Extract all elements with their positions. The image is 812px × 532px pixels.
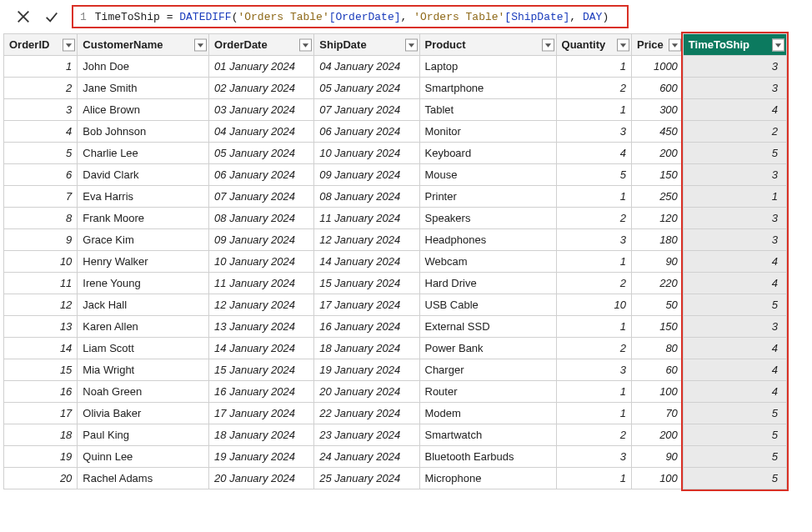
- cancel-formula-button[interactable]: [15, 8, 32, 25]
- cell-orderdate[interactable]: 12 January 2024: [209, 294, 314, 316]
- cell-timetoship[interactable]: 5: [683, 143, 786, 164]
- cell-orderid[interactable]: 9: [4, 229, 78, 251]
- cell-product[interactable]: Power Bank: [419, 338, 556, 359]
- cell-customer[interactable]: Jack Hall: [78, 294, 209, 316]
- cell-price[interactable]: 200: [632, 143, 684, 164]
- filter-dropdown-icon[interactable]: [63, 38, 75, 51]
- cell-quantity[interactable]: 10: [556, 294, 631, 316]
- cell-orderdate[interactable]: 08 January 2024: [209, 208, 314, 229]
- cell-timetoship[interactable]: 3: [683, 316, 786, 338]
- cell-orderid[interactable]: 19: [4, 446, 78, 468]
- cell-price[interactable]: 120: [632, 208, 684, 229]
- cell-orderdate[interactable]: 13 January 2024: [209, 316, 314, 338]
- cell-customer[interactable]: Olivia Baker: [78, 403, 209, 424]
- cell-product[interactable]: Mouse: [419, 164, 556, 186]
- cell-orderdate[interactable]: 10 January 2024: [209, 251, 314, 273]
- cell-customer[interactable]: David Clark: [78, 164, 209, 186]
- cell-shipdate[interactable]: 09 January 2024: [314, 164, 419, 186]
- cell-timetoship[interactable]: 5: [683, 468, 786, 489]
- table-row[interactable]: 15Mia Wright15 January 202419 January 20…: [4, 359, 787, 381]
- cell-price[interactable]: 200: [632, 424, 684, 446]
- cell-orderdate[interactable]: 16 January 2024: [209, 381, 314, 403]
- table-row[interactable]: 17Olivia Baker17 January 202422 January …: [4, 403, 787, 424]
- cell-quantity[interactable]: 3: [556, 121, 631, 143]
- cell-orderdate[interactable]: 18 January 2024: [209, 424, 314, 446]
- cell-quantity[interactable]: 2: [556, 338, 631, 359]
- cell-shipdate[interactable]: 14 January 2024: [314, 251, 419, 273]
- cell-timetoship[interactable]: 5: [683, 446, 786, 468]
- formula-input[interactable]: 1 TimeToShip = DATEDIFF ( 'Orders Table'…: [72, 5, 629, 28]
- table-row[interactable]: 6David Clark06 January 202409 January 20…: [4, 164, 787, 186]
- cell-product[interactable]: Charger: [419, 359, 556, 381]
- cell-price[interactable]: 1000: [632, 56, 684, 78]
- cell-timetoship[interactable]: 1: [683, 186, 786, 208]
- col-header-customer[interactable]: CustomerName: [78, 34, 209, 56]
- cell-shipdate[interactable]: 12 January 2024: [314, 229, 419, 251]
- table-row[interactable]: 7Eva Harris07 January 202408 January 202…: [4, 186, 787, 208]
- cell-orderid[interactable]: 6: [4, 164, 78, 186]
- cell-shipdate[interactable]: 17 January 2024: [314, 294, 419, 316]
- table-row[interactable]: 10Henry Walker10 January 202414 January …: [4, 251, 787, 273]
- table-row[interactable]: 11Irene Young11 January 202415 January 2…: [4, 273, 787, 294]
- col-header-orderdate[interactable]: OrderDate: [209, 34, 314, 56]
- cell-timetoship[interactable]: 5: [683, 424, 786, 446]
- cell-shipdate[interactable]: 06 January 2024: [314, 121, 419, 143]
- cell-shipdate[interactable]: 25 January 2024: [314, 468, 419, 489]
- cell-quantity[interactable]: 1: [556, 251, 631, 273]
- cell-timetoship[interactable]: 5: [683, 403, 786, 424]
- cell-product[interactable]: Keyboard: [419, 143, 556, 164]
- cell-customer[interactable]: Rachel Adams: [78, 468, 209, 489]
- filter-dropdown-icon[interactable]: [405, 38, 418, 51]
- table-row[interactable]: 4Bob Johnson04 January 202406 January 20…: [4, 121, 787, 143]
- cell-product[interactable]: Smartwatch: [419, 424, 556, 446]
- filter-dropdown-icon[interactable]: [194, 38, 207, 51]
- cell-orderdate[interactable]: 15 January 2024: [209, 359, 314, 381]
- cell-timetoship[interactable]: 4: [683, 273, 786, 294]
- cell-product[interactable]: Headphones: [419, 229, 556, 251]
- cell-orderdate[interactable]: 17 January 2024: [209, 403, 314, 424]
- cell-shipdate[interactable]: 11 January 2024: [314, 208, 419, 229]
- filter-dropdown-icon[interactable]: [772, 38, 784, 51]
- cell-customer[interactable]: Bob Johnson: [78, 121, 209, 143]
- table-row[interactable]: 1John Doe01 January 202404 January 2024L…: [4, 56, 787, 78]
- filter-dropdown-icon[interactable]: [669, 38, 681, 51]
- table-row[interactable]: 13Karen Allen13 January 202416 January 2…: [4, 316, 787, 338]
- cell-price[interactable]: 300: [632, 99, 684, 121]
- cell-orderid[interactable]: 16: [4, 381, 78, 403]
- cell-shipdate[interactable]: 10 January 2024: [314, 143, 419, 164]
- cell-timetoship[interactable]: 4: [683, 338, 786, 359]
- cell-product[interactable]: USB Cable: [419, 294, 556, 316]
- cell-product[interactable]: External SSD: [419, 316, 556, 338]
- cell-customer[interactable]: Irene Young: [78, 273, 209, 294]
- cell-timetoship[interactable]: 3: [683, 229, 786, 251]
- cell-price[interactable]: 150: [632, 316, 684, 338]
- cell-product[interactable]: Hard Drive: [419, 273, 556, 294]
- cell-shipdate[interactable]: 23 January 2024: [314, 424, 419, 446]
- cell-orderid[interactable]: 18: [4, 424, 78, 446]
- col-header-shipdate[interactable]: ShipDate: [314, 34, 419, 56]
- cell-price[interactable]: 70: [632, 403, 684, 424]
- cell-orderdate[interactable]: 09 January 2024: [209, 229, 314, 251]
- cell-customer[interactable]: Noah Green: [78, 381, 209, 403]
- col-header-timetoship[interactable]: TimeToShip: [683, 34, 786, 56]
- table-row[interactable]: 2Jane Smith02 January 202405 January 202…: [4, 78, 787, 99]
- cell-quantity[interactable]: 1: [556, 468, 631, 489]
- cell-orderid[interactable]: 17: [4, 403, 78, 424]
- cell-shipdate[interactable]: 24 January 2024: [314, 446, 419, 468]
- cell-timetoship[interactable]: 3: [683, 78, 786, 99]
- filter-dropdown-icon[interactable]: [617, 38, 629, 51]
- cell-price[interactable]: 60: [632, 359, 684, 381]
- cell-quantity[interactable]: 4: [556, 143, 631, 164]
- col-header-quantity[interactable]: Quantity: [556, 34, 631, 56]
- cell-shipdate[interactable]: 18 January 2024: [314, 338, 419, 359]
- cell-product[interactable]: Tablet: [419, 99, 556, 121]
- cell-price[interactable]: 50: [632, 294, 684, 316]
- cell-customer[interactable]: Jane Smith: [78, 78, 209, 99]
- cell-customer[interactable]: Charlie Lee: [78, 143, 209, 164]
- cell-quantity[interactable]: 1: [556, 186, 631, 208]
- cell-product[interactable]: Smartphone: [419, 78, 556, 99]
- cell-product[interactable]: Printer: [419, 186, 556, 208]
- filter-dropdown-icon[interactable]: [299, 38, 312, 51]
- cell-orderid[interactable]: 4: [4, 121, 78, 143]
- cell-shipdate[interactable]: 05 January 2024: [314, 78, 419, 99]
